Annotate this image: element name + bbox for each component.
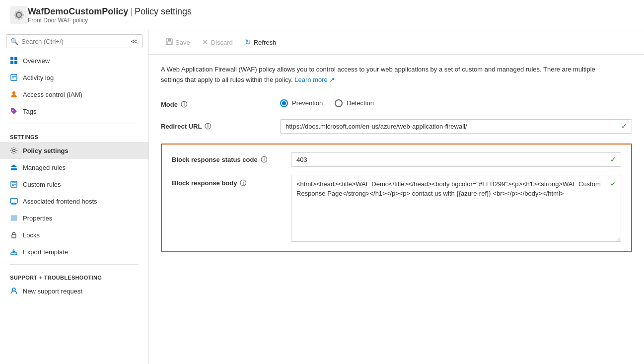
sidebar: 🔍 ≪ Overview Activity log Access control… <box>0 30 149 364</box>
redirect-url-check-icon: ✓ <box>621 122 627 130</box>
description-text: A Web Application Firewall (WAF) policy … <box>161 65 608 85</box>
sidebar-item-custom-rules[interactable]: Custom rules <box>0 176 148 193</box>
svg-point-8 <box>12 91 15 94</box>
support-section-label: Support + troubleshooting <box>0 269 148 283</box>
prevention-radio[interactable]: Prevention <box>280 99 323 107</box>
collapse-icon[interactable]: ≪ <box>131 37 138 45</box>
sidebar-item-associated-frontend-hosts[interactable]: Associated frontend hosts <box>0 193 148 210</box>
overview-icon <box>10 57 18 65</box>
svg-rect-1 <box>10 57 13 60</box>
svg-marker-12 <box>11 164 17 167</box>
search-icon: 🔍 <box>10 38 18 45</box>
redirect-url-control: ✓ <box>280 119 632 134</box>
refresh-icon: ↻ <box>245 38 251 47</box>
sidebar-item-label: Policy settings <box>23 147 69 154</box>
svg-rect-11 <box>11 168 17 170</box>
prevention-label: Prevention <box>292 99 323 107</box>
svg-point-9 <box>12 110 13 111</box>
mode-label: Mode ⓘ <box>161 97 280 109</box>
svg-point-10 <box>13 149 15 152</box>
frontend-hosts-icon <box>10 197 18 205</box>
orange-section: Block response status code ⓘ ✓ Block res… <box>161 144 632 252</box>
mode-info-icon[interactable]: ⓘ <box>181 100 187 109</box>
sidebar-item-label: Associated frontend hosts <box>23 198 97 205</box>
sidebar-item-label: New support request <box>23 288 82 295</box>
page-header: WafDemoCustomPolicy | Policy settings Fr… <box>0 0 644 30</box>
main-content: Save ✕ Discard ↻ Refresh A Web Applicati… <box>149 30 644 364</box>
detection-label: Detection <box>347 99 374 107</box>
svg-rect-30 <box>167 42 171 44</box>
sidebar-item-new-support-request[interactable]: New support request <box>0 283 148 299</box>
block-response-body-check-icon: ✓ <box>610 180 616 188</box>
sidebar-item-export-template[interactable]: Export template <box>0 243 148 260</box>
discard-button[interactable]: ✕ Discard <box>197 35 238 49</box>
page-title: Policy settings <box>135 6 192 17</box>
block-response-body-textarea[interactable]: <html><head><title>WAF Demo</title></hea… <box>291 175 621 242</box>
locks-icon <box>10 231 18 239</box>
refresh-button[interactable]: ↻ Refresh <box>240 35 282 49</box>
sidebar-item-label: Properties <box>23 215 52 222</box>
redirect-url-input-wrapper: ✓ <box>280 119 632 134</box>
header-separator: | <box>130 6 133 17</box>
svg-rect-2 <box>14 57 17 60</box>
sidebar-item-label: Export template <box>23 248 68 256</box>
policy-name: WafDemoCustomPolicy <box>28 6 128 17</box>
managed-rules-icon <box>10 163 18 171</box>
sidebar-item-properties[interactable]: Properties <box>0 210 148 226</box>
block-status-code-input[interactable] <box>291 152 621 167</box>
block-response-body-label: Block response body ⓘ <box>172 175 291 188</box>
redirect-url-info-icon[interactable]: ⓘ <box>205 122 211 131</box>
discard-icon: ✕ <box>202 38 209 47</box>
settings-section-label: Settings <box>0 128 148 142</box>
sidebar-item-policy-settings[interactable]: Policy settings <box>0 142 148 159</box>
refresh-label: Refresh <box>254 39 277 46</box>
sidebar-item-label: Overview <box>23 57 50 65</box>
export-icon <box>10 248 18 256</box>
svg-rect-3 <box>10 61 13 64</box>
block-status-code-info-icon[interactable]: ⓘ <box>261 155 267 164</box>
content-area: A Web Application Firewall (WAF) policy … <box>149 55 644 272</box>
sidebar-item-tags[interactable]: Tags <box>0 103 148 120</box>
tags-icon <box>10 107 18 115</box>
block-status-code-label: Block response status code ⓘ <box>172 152 291 164</box>
block-status-code-control: ✓ <box>291 152 621 167</box>
redirect-url-row: Redirect URL ⓘ ✓ <box>161 119 632 134</box>
mode-row: Mode ⓘ Prevention Detection <box>161 97 632 109</box>
sidebar-item-label: Locks <box>23 231 40 239</box>
save-button[interactable]: Save <box>161 36 195 49</box>
block-status-code-check-icon: ✓ <box>610 155 616 163</box>
sidebar-item-activity-log[interactable]: Activity log <box>0 69 148 86</box>
svg-rect-29 <box>168 39 171 41</box>
page-subtitle: Front Door WAF policy <box>28 17 192 24</box>
sidebar-item-label: Access control (IAM) <box>23 91 82 98</box>
sidebar-divider-2 <box>10 264 139 265</box>
sidebar-item-label: Managed rules <box>23 164 66 171</box>
svg-rect-24 <box>12 234 16 238</box>
prevention-radio-circle <box>280 99 288 107</box>
svg-rect-25 <box>11 253 17 255</box>
detection-radio[interactable]: Detection <box>335 99 374 107</box>
support-request-icon <box>10 287 18 295</box>
sidebar-item-label: Activity log <box>23 74 54 81</box>
svg-point-27 <box>12 288 15 291</box>
redirect-url-label: Redirect URL ⓘ <box>161 119 280 131</box>
activity-log-icon <box>10 73 18 81</box>
svg-rect-17 <box>10 199 17 203</box>
sidebar-item-access-control[interactable]: Access control (IAM) <box>0 86 148 103</box>
block-status-code-input-wrapper: ✓ <box>291 152 621 167</box>
block-response-body-info-icon[interactable]: ⓘ <box>240 179 246 188</box>
waf-policy-icon <box>10 6 28 24</box>
block-response-body-row: Block response body ⓘ <html><head><title… <box>172 175 621 243</box>
discard-label: Discard <box>211 39 233 46</box>
sidebar-item-label: Tags <box>23 108 36 115</box>
sidebar-item-locks[interactable]: Locks <box>0 226 148 243</box>
sidebar-item-managed-rules[interactable]: Managed rules <box>0 159 148 176</box>
svg-rect-5 <box>11 74 17 80</box>
save-label: Save <box>175 39 190 46</box>
save-icon <box>166 38 173 47</box>
learn-more-link[interactable]: Learn more ↗ <box>294 76 335 83</box>
redirect-url-input[interactable] <box>280 119 632 134</box>
sidebar-item-overview[interactable]: Overview <box>0 52 148 69</box>
search-box[interactable]: 🔍 ≪ <box>6 34 143 48</box>
search-input[interactable] <box>21 38 111 45</box>
